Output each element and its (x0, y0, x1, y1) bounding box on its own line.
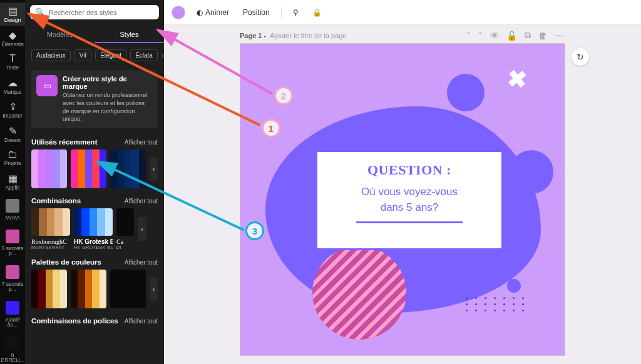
striped-circle[interactable] (312, 246, 406, 340)
question-card[interactable]: QUESTION : Où vous voyez-vousdans 5 ans? (315, 150, 503, 250)
recent-next-icon[interactable]: › (150, 157, 158, 181)
color-swatch-button[interactable] (172, 6, 185, 19)
fonts-all[interactable]: Afficher tout (125, 318, 158, 325)
rail-elements[interactable]: ◆Éléments (0, 27, 25, 50)
section-recent: Utilisés récemmentAfficher tout › (25, 132, 164, 191)
recent-swatch-0[interactable] (31, 149, 67, 188)
brand-icon: ▭ (36, 75, 58, 96)
lock-icon[interactable]: 🔒 (310, 6, 324, 19)
brand-desc: Obtenez un rendu professionnel avec les … (63, 91, 153, 123)
card-text: Où vous voyez-vousdans 5 ans? (326, 185, 493, 215)
chip-0[interactable]: Audacieux (31, 49, 71, 61)
rail-extra-0[interactable]: MAYA (0, 194, 25, 223)
rail-import[interactable]: ⇪Importer (0, 98, 25, 121)
rail-text[interactable]: TTexte (0, 51, 25, 73)
rail-design[interactable]: ▤Design (0, 3, 25, 26)
recent-swatch-1[interactable] (71, 149, 106, 188)
palettes-next-icon[interactable]: › (150, 277, 158, 301)
palette-2[interactable] (110, 270, 146, 308)
section-palettes: Palettes de couleursAfficher tout › (25, 252, 164, 311)
transparency-icon[interactable]: ⚲ (290, 6, 301, 19)
rail-projects[interactable]: 🗀Projets (0, 146, 25, 169)
chips-more-icon[interactable]: › (162, 51, 164, 60)
combo-2[interactable]: Ca Di (116, 208, 134, 250)
rail-extra-3[interactable]: Ajouté au... (0, 296, 25, 330)
icon-rail: ▤Design ◆Éléments TTexte ☁Marque ⇪Import… (0, 0, 25, 364)
circle-shape-3[interactable] (507, 279, 521, 293)
rail-extra-1[interactable]: 5 secrets p... (0, 225, 25, 259)
animate-button[interactable]: ◐Animer (194, 6, 232, 19)
dot-grid[interactable] (466, 297, 527, 311)
page-title-hint[interactable]: Ajouter le titre de la page (270, 32, 346, 39)
chips-row: Audacieux Vif Élégant Éclata › (25, 44, 164, 66)
visibility-icon[interactable]: 👁 (488, 31, 501, 41)
palettes-all[interactable]: Afficher tout (125, 259, 158, 266)
page-header: Page 1 - Ajouter le titre de la page ˄ ˅… (240, 30, 565, 41)
panel-tabs: Modèles Styles (25, 27, 164, 43)
chip-3[interactable]: Éclata (130, 49, 158, 61)
more-icon[interactable]: ⋯ (553, 31, 565, 41)
circle-shape-2[interactable] (510, 150, 553, 194)
rail-apps[interactable]: ▦Applis (0, 170, 25, 193)
search-icon: 🔍 (35, 8, 45, 17)
palette-0[interactable] (31, 270, 67, 308)
canvas[interactable]: ✖ QUESTION : Où vous voyez-vousdans 5 an… (240, 43, 565, 356)
brand-title: Créer votre style de marque (63, 75, 153, 90)
combo-0[interactable]: RoxboroughC MONTSERRAT (31, 208, 70, 250)
page-lock-icon[interactable]: 🔓 (505, 31, 519, 41)
stage: ◐Animer Position ⚲ 🔒 Page 1 - Ajouter le… (164, 0, 641, 364)
section-combos: CombinaisonsAfficher tout RoxboroughC MO… (25, 191, 164, 252)
underline (356, 221, 463, 223)
combos-next-icon[interactable]: › (138, 217, 146, 241)
tab-models[interactable]: Modèles (25, 27, 95, 43)
palette-1[interactable] (71, 270, 106, 308)
topbar: ◐Animer Position ⚲ 🔒 (164, 0, 641, 25)
recent-all[interactable]: Afficher tout (125, 139, 158, 146)
circle-shape-1[interactable] (447, 74, 485, 111)
position-button[interactable]: Position (240, 6, 272, 19)
page-down-icon[interactable]: ˅ (476, 31, 485, 41)
tab-styles[interactable]: Styles (95, 27, 164, 43)
separator (281, 7, 282, 18)
chip-1[interactable]: Vif (74, 49, 92, 61)
combos-title: Combinaisons (31, 197, 81, 205)
search-input[interactable] (49, 9, 154, 16)
page-label: Page 1 - (240, 32, 266, 39)
section-fonts: Combinaisons de policesAfficher tout (25, 311, 164, 331)
search-box[interactable]: 🔍 (30, 5, 159, 19)
rail-brand[interactable]: ☁Marque (0, 74, 25, 98)
trash-icon[interactable]: 🗑 (536, 31, 549, 41)
canvas-wrap: Page 1 - Ajouter le titre de la page ˄ ˅… (164, 25, 641, 364)
rail-draw[interactable]: ✎Dessin (0, 123, 25, 146)
combo-1[interactable]: HK Grotesk B HK GROTESK BOLD (74, 208, 113, 250)
chip-2[interactable]: Élégant (95, 49, 126, 61)
recent-title: Utilisés récemment (31, 138, 97, 146)
rail-extra-4[interactable]: 0 ERREU... (0, 331, 25, 365)
card-heading: QUESTION : (326, 162, 493, 178)
combos-all[interactable]: Afficher tout (125, 198, 158, 205)
rail-extra-2[interactable]: 7 secrets p... (0, 260, 25, 295)
side-panel: 🔍 Modèles Styles Audacieux Vif Élégant É… (25, 0, 164, 364)
duplicate-icon[interactable]: ⧉ (523, 30, 533, 41)
fonts-title: Combinaisons de polices (31, 317, 118, 325)
palettes-title: Palettes de couleurs (31, 258, 101, 266)
cross-icon[interactable]: ✖ (506, 64, 528, 94)
page-up-icon[interactable]: ˄ (464, 31, 473, 41)
redo-button[interactable]: ↻ (572, 48, 589, 66)
brand-card[interactable]: ▭ Créer votre style de marque Obtenez un… (31, 70, 158, 128)
recent-swatch-2[interactable] (110, 149, 146, 188)
